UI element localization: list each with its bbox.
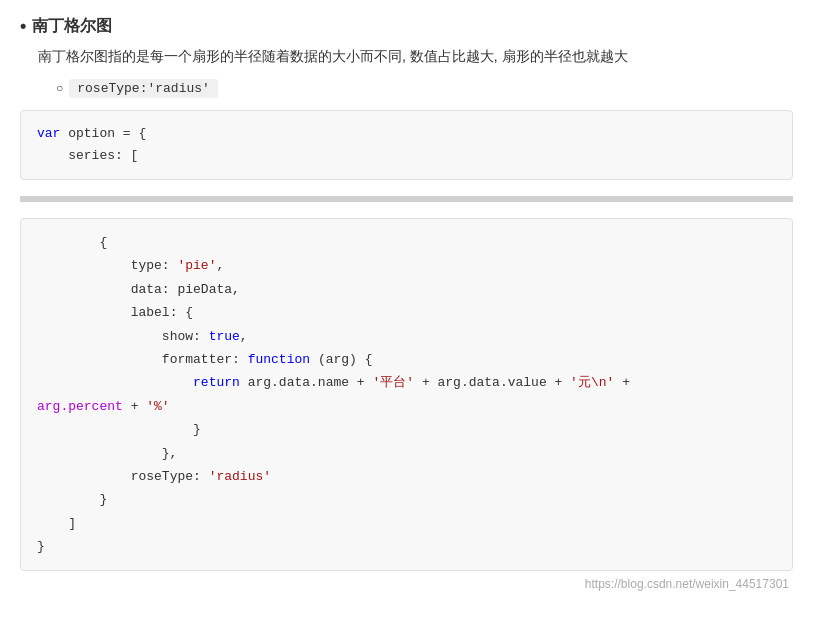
cb2-line-return2: arg.percent + '%' <box>37 395 776 418</box>
code-block-2: { type: 'pie', data: pieData, label: { s… <box>20 218 793 571</box>
code-block-1: var option = { series: [ <box>20 110 793 180</box>
var-name: option <box>68 126 115 141</box>
cb2-line-obj-close: } <box>37 488 776 511</box>
sub-item: ○ roseType:'radius' <box>56 79 793 98</box>
cb2-line-type: type: 'pie', <box>37 254 776 277</box>
watermark: https://blog.csdn.net/weixin_44517301 <box>20 577 789 591</box>
cb2-line-fn-close: } <box>37 418 776 441</box>
cb2-line-label-open: label: { <box>37 301 776 324</box>
title-text: 南丁格尔图 <box>32 16 112 37</box>
cb2-line-rosetype: roseType: 'radius' <box>37 465 776 488</box>
bullet-icon: • <box>20 16 26 37</box>
section-title: • 南丁格尔图 <box>20 16 793 37</box>
keyword-var: var <box>37 126 60 141</box>
code-line-1: var option = { <box>37 123 776 145</box>
cb2-line-return1: return arg.data.name + '平台' + arg.data.v… <box>37 371 776 394</box>
cb2-line-data: data: pieData, <box>37 278 776 301</box>
cb2-line-root-close: } <box>37 535 776 558</box>
page-container: • 南丁格尔图 南丁格尔图指的是每一个扇形的半径随着数据的大小而不同, 数值占比… <box>0 0 813 619</box>
cb2-line-label-comma: }, <box>37 442 776 465</box>
cb2-line-arr-close: ] <box>37 512 776 535</box>
cb2-line-open: { <box>37 231 776 254</box>
description-text: 南丁格尔图指的是每一个扇形的半径随着数据的大小而不同, 数值占比越大, 扇形的半… <box>38 45 793 69</box>
rose-type-badge: roseType:'radius' <box>69 79 218 98</box>
code-line-2: series: [ <box>37 145 776 167</box>
section-divider <box>20 196 793 202</box>
sub-bullet-icon: ○ <box>56 81 63 95</box>
cb2-line-formatter: formatter: function (arg) { <box>37 348 776 371</box>
cb2-line-show: show: true, <box>37 325 776 348</box>
